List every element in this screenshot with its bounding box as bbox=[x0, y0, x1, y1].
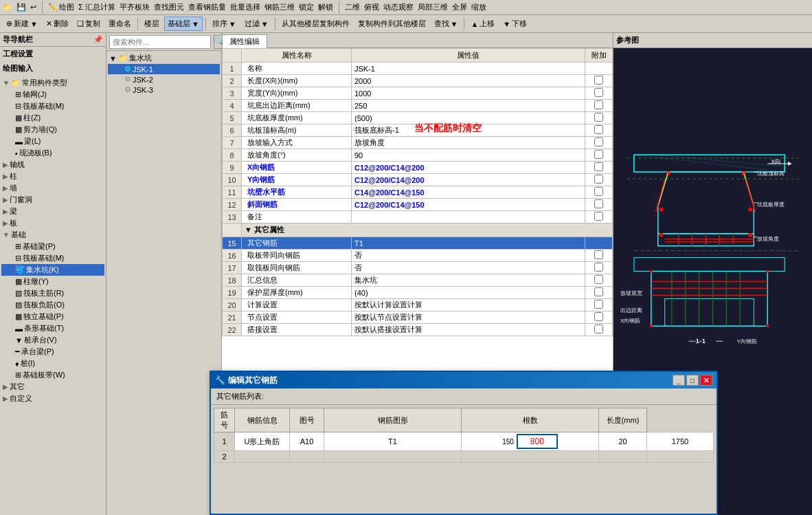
toolbar-unlock[interactable]: 解锁 bbox=[318, 2, 333, 12]
toolbar-save[interactable]: 💾 bbox=[16, 3, 26, 12]
sidebar-section-wall[interactable]: ▶ 墙 bbox=[1, 182, 104, 194]
prop-extra-17[interactable] bbox=[585, 262, 613, 274]
row2-length[interactable] bbox=[647, 451, 714, 463]
prop-value-19[interactable]: (40) bbox=[352, 287, 585, 299]
prop-extra-1[interactable] bbox=[585, 63, 613, 75]
row2-info[interactable] bbox=[290, 451, 324, 463]
shape-center-val[interactable]: 800 bbox=[530, 437, 544, 446]
rename-btn[interactable]: 重命名 bbox=[105, 17, 135, 31]
row1-info[interactable]: A10 bbox=[290, 432, 324, 451]
prop-extra-20[interactable] bbox=[585, 299, 613, 311]
toolbar-local3d[interactable]: 局部三维 bbox=[418, 2, 448, 12]
prop-value-16[interactable]: 否 bbox=[352, 250, 585, 262]
checkbox-17[interactable] bbox=[594, 263, 603, 272]
checkbox-4[interactable] bbox=[594, 100, 603, 109]
prop-extra-3[interactable] bbox=[585, 87, 613, 100]
prop-value-2[interactable]: 2000 bbox=[352, 75, 585, 87]
sidebar-item-raft[interactable]: ⊟ 筏板基础(M) bbox=[1, 100, 104, 112]
sidebar-section-beam2[interactable]: ▶ 梁 bbox=[1, 206, 104, 217]
sidebar-item-column-base[interactable]: ▦ 柱墩(Y) bbox=[1, 276, 104, 287]
prop-value-11[interactable]: C14@200/C14@150 bbox=[352, 186, 585, 199]
prop-extra-22[interactable] bbox=[585, 324, 613, 336]
prop-value-10[interactable]: C12@200/C14@200 bbox=[352, 174, 585, 186]
sidebar-pin-icon[interactable]: 📌 bbox=[93, 35, 103, 44]
toolbar-2d[interactable]: 二维 bbox=[345, 2, 360, 12]
prop-value-21[interactable]: 按默认节点设置计算 bbox=[352, 311, 585, 324]
row1-fignum[interactable]: T1 bbox=[324, 432, 462, 451]
copy-btn[interactable]: ❑ 复制 bbox=[74, 17, 104, 31]
sidebar-item-strip-found[interactable]: ▬ 条形基础(T) bbox=[1, 322, 104, 334]
dialog-close-btn[interactable]: ✕ bbox=[700, 375, 712, 386]
prop-extra-11[interactable] bbox=[585, 186, 613, 199]
toolbar-zoom[interactable]: 缩放 bbox=[471, 2, 486, 12]
sidebar-item-slab[interactable]: ▪ 现浇板(B) bbox=[1, 147, 104, 159]
section-expand-14[interactable]: ▼ 其它属性 bbox=[242, 223, 613, 237]
prop-extra-15[interactable] bbox=[585, 237, 613, 250]
prop-value-7[interactable]: 放坡角度 bbox=[352, 137, 585, 149]
component-root[interactable]: ▼ 📁 集水坑 bbox=[108, 52, 220, 64]
prop-extra-19[interactable] bbox=[585, 287, 613, 299]
toolbar-dynamic[interactable]: 动态观察 bbox=[383, 2, 414, 12]
checkbox-19[interactable] bbox=[594, 287, 603, 296]
row2-shape[interactable] bbox=[462, 451, 599, 463]
dialog-minimize-btn[interactable]: _ bbox=[673, 375, 685, 386]
checkbox-5[interactable] bbox=[594, 113, 603, 122]
sidebar-item-isolated-found[interactable]: ▩ 独立基础(P) bbox=[1, 311, 104, 322]
sidebar-item-sump[interactable]: 🪣 集水坑(K) bbox=[1, 264, 104, 276]
sidebar-section-slab2[interactable]: ▶ 板 bbox=[1, 217, 104, 229]
dialog-maximize-btn[interactable]: □ bbox=[686, 375, 699, 386]
sidebar-section-door[interactable]: ▶ 门窗洞 bbox=[1, 194, 104, 206]
floor-btn[interactable]: 楼层 bbox=[141, 17, 163, 31]
checkbox-3[interactable] bbox=[594, 88, 603, 97]
checkbox-18[interactable] bbox=[594, 275, 603, 284]
toolbar-undo[interactable]: ↩ bbox=[30, 3, 36, 12]
sort-btn[interactable]: 排序 ▼ bbox=[209, 17, 240, 31]
checkbox-11[interactable] bbox=[594, 187, 603, 196]
base-floor-btn[interactable]: 基础层 ▼ bbox=[164, 17, 203, 31]
sidebar-item-project-settings[interactable]: 工程设置 bbox=[0, 47, 106, 61]
sidebar-item-cap-beam[interactable]: ━ 承台梁(P) bbox=[1, 346, 104, 358]
toolbar-fullscreen[interactable]: 全屏 bbox=[452, 2, 467, 12]
sidebar-item-drawing-input[interactable]: 绘图输入 bbox=[0, 61, 106, 76]
checkbox-7[interactable] bbox=[594, 138, 603, 146]
checkbox-16[interactable] bbox=[594, 250, 603, 259]
sidebar-item-shearwall[interactable]: ▩ 剪力墙(Q) bbox=[1, 124, 104, 135]
prop-value-8[interactable]: 90 bbox=[352, 149, 585, 162]
checkbox-12[interactable] bbox=[594, 199, 603, 208]
sidebar-item-raft-main-rebar[interactable]: ▧ 筏板主筋(R) bbox=[1, 287, 104, 299]
prop-value-9[interactable]: C12@200/C14@200 bbox=[352, 162, 585, 174]
checkbox-22[interactable] bbox=[594, 325, 603, 333]
sidebar-item-pile-cap[interactable]: ▼ 桩承台(V) bbox=[1, 334, 104, 346]
row1-count[interactable]: 20 bbox=[599, 432, 647, 451]
toolbar-draw[interactable]: ✏️绘图 bbox=[48, 2, 74, 12]
move-up-btn[interactable]: ▲ 上移 bbox=[467, 17, 498, 31]
sidebar-item-beam[interactable]: ▬ 梁(L) bbox=[1, 135, 104, 147]
sidebar-item-common-types[interactable]: ▼ 📁 常用构件类型 bbox=[1, 77, 104, 89]
search-component-btn[interactable]: 查找 ▼ bbox=[431, 17, 462, 31]
prop-value-17[interactable]: 否 bbox=[352, 262, 585, 274]
toolbar-file[interactable]: 📁 bbox=[3, 3, 12, 12]
sidebar-item-pile[interactable]: ♦ 桩(I) bbox=[1, 358, 104, 369]
checkbox-21[interactable] bbox=[594, 312, 603, 321]
row2-count[interactable] bbox=[599, 451, 647, 463]
copy-to-floor-btn[interactable]: 复制构件到其他楼层 bbox=[354, 17, 429, 31]
toolbar-rebar-3d[interactable]: 钢筋三维 bbox=[264, 2, 295, 12]
component-jsk2[interactable]: ⚙ JSK-2 bbox=[108, 74, 220, 85]
prop-extra-7[interactable] bbox=[585, 137, 613, 149]
tab-props-edit[interactable]: 属性编辑 bbox=[222, 34, 267, 48]
prop-value-3[interactable]: 1000 bbox=[352, 87, 585, 100]
toolbar-view-rebar[interactable]: 查看钢筋量 bbox=[188, 2, 226, 12]
prop-value-13[interactable] bbox=[352, 211, 585, 223]
prop-value-6[interactable]: 筏板底标高-1 bbox=[352, 124, 585, 137]
toolbar-topview[interactable]: 俯视 bbox=[364, 2, 379, 12]
component-jsk3[interactable]: ⚙ JSK-3 bbox=[108, 85, 220, 95]
sidebar-section-axis[interactable]: ▶ 轴线 bbox=[1, 159, 104, 171]
sidebar-item-axis[interactable]: ⊞ 轴网(J) bbox=[1, 89, 104, 100]
prop-extra-21[interactable] bbox=[585, 311, 613, 324]
prop-extra-18[interactable] bbox=[585, 274, 613, 287]
checkbox-10[interactable] bbox=[594, 175, 603, 184]
new-btn[interactable]: ⊕ 新建 ▼ bbox=[3, 17, 41, 31]
component-jsk1[interactable]: ⚙ JSK-1 bbox=[108, 64, 220, 74]
sidebar-section-column2[interactable]: ▶ 柱 bbox=[1, 171, 104, 182]
sidebar-item-foundation-beam[interactable]: ⊞ 基础梁(P) bbox=[1, 241, 104, 252]
